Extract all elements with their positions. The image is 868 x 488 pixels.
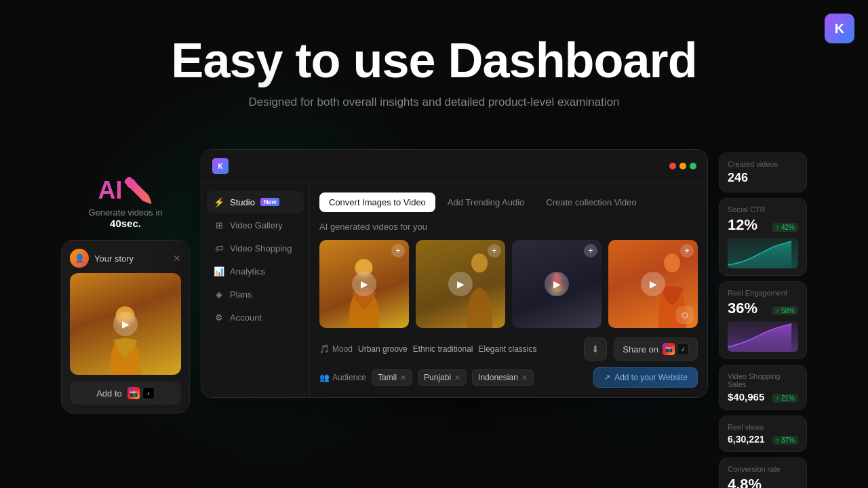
- plans-icon: ◈: [214, 289, 224, 300]
- stat-video-shopping: Video Shopping Sales $40,965 ↑ 21%: [719, 365, 807, 410]
- share-instagram-icon[interactable]: 📷: [663, 343, 675, 355]
- phone-video-thumb[interactable]: ▶: [70, 273, 181, 375]
- music-icon: 🎵: [319, 344, 330, 354]
- mood-tag-1: Urban groove: [358, 344, 408, 354]
- download-button[interactable]: ⬇: [584, 338, 607, 361]
- social-icons: 📸 ♪: [127, 387, 155, 399]
- phone-mockup: AI✏️ Generate videos in 40sec. 👤 Your st…: [61, 176, 190, 413]
- sidebar-label-studio: Studio: [230, 197, 255, 207]
- social-ctr-badge: ↑ 42%: [772, 223, 798, 232]
- tab-audio[interactable]: Add Trending Audio: [438, 192, 534, 212]
- tab-convert[interactable]: Convert Images to Video: [319, 192, 435, 212]
- audience-row: 👥 Audience Tamil ✕ Punjabi ✕ Indonesian …: [319, 367, 698, 388]
- audience-tag-punjabi: Punjabi ✕: [418, 369, 467, 386]
- sidebar-item-video-shopping[interactable]: 🏷 Video Shopping: [207, 237, 304, 259]
- remove-tamil[interactable]: ✕: [400, 373, 406, 382]
- video-thumb-3[interactable]: 💄 ▶ +: [512, 240, 601, 328]
- add-btn-3[interactable]: +: [584, 244, 597, 258]
- ai-generate-text: Generate videos in: [61, 207, 190, 218]
- sidebar-item-plans[interactable]: ◈ Plans: [207, 283, 304, 305]
- add-btn-1[interactable]: +: [391, 244, 405, 258]
- story-label: Your story: [94, 253, 134, 264]
- play-btn-4[interactable]: ▶: [641, 272, 665, 296]
- page-title: Easy to use Dashboard: [0, 34, 868, 87]
- stat-created-videos: Created videos 246: [719, 152, 807, 192]
- stats-panel: Created videos 246 Social CTR 12% ↑ 42%: [719, 152, 807, 488]
- add-btn-4[interactable]: +: [680, 244, 694, 258]
- video-thumb-1[interactable]: ▶ +: [319, 240, 409, 328]
- header: Easy to use Dashboard Designed for both …: [0, 0, 868, 109]
- tab-collection[interactable]: Create collection Video: [536, 192, 646, 212]
- video-gallery-icon: ⊞: [214, 220, 224, 230]
- audience-icon: 👥: [319, 373, 330, 382]
- reel-engagement-row: 36% ↑ 58%: [728, 300, 798, 317]
- video-thumb-4[interactable]: ▶ + ⬡: [608, 240, 698, 328]
- tiktok-icon[interactable]: ♪: [142, 387, 155, 399]
- reel-engagement-badge: ↑ 58%: [772, 306, 798, 315]
- sidebar-label-analytics: Analytics: [230, 266, 265, 277]
- share-tiktok-icon[interactable]: ♪: [677, 343, 689, 355]
- share-button[interactable]: Share on 📷 ♪: [614, 338, 698, 361]
- remove-indonesian[interactable]: ✕: [521, 373, 528, 382]
- play-button[interactable]: ▶: [113, 312, 138, 336]
- sidebar-item-video-gallery[interactable]: ⊞ Video Gallery: [207, 214, 304, 236]
- content-area: Convert Images to Video Add Trending Aud…: [310, 183, 707, 397]
- dot-yellow: [679, 163, 686, 169]
- audience-tag-tamil: Tamil ✕: [372, 369, 412, 386]
- sidebar-item-studio[interactable]: ⚡ Studio New: [207, 191, 304, 213]
- reel-views-badge: ↑ 37%: [772, 436, 798, 445]
- close-icon[interactable]: ✕: [173, 253, 181, 264]
- sidebar-label-gallery: Video Gallery: [230, 220, 283, 230]
- window-logo: K: [212, 158, 229, 174]
- video-thumb-2[interactable]: ▶ +: [416, 240, 505, 328]
- sidebar-label-plans: Plans: [230, 289, 252, 300]
- sidebar-item-account[interactable]: ⚙ Account: [207, 306, 304, 328]
- add-btn-2[interactable]: +: [488, 244, 501, 258]
- add-to-bar[interactable]: Add to 📸 ♪: [70, 382, 181, 405]
- play-btn-1[interactable]: ▶: [352, 272, 376, 296]
- share-label: Share on: [623, 344, 658, 354]
- story-header: 👤 Your story ✕: [70, 249, 181, 268]
- audience-label: 👥 Audience: [319, 373, 366, 382]
- window-body: ⚡ Studio New ⊞ Video Gallery 🏷 Video Sho…: [201, 183, 707, 397]
- mood-tag-3: Elegant classics: [478, 344, 536, 354]
- created-videos-row: 246: [728, 171, 798, 185]
- instagram-icon[interactable]: 📸: [127, 387, 140, 399]
- video-grid: ▶ + ▶ +: [319, 240, 698, 328]
- phone-card: 👤 Your story ✕ ▶ Add to: [61, 240, 190, 413]
- reel-views-title: Reel views: [728, 423, 798, 431]
- ai-label: AI✏️: [61, 176, 190, 205]
- dot-red: [669, 163, 676, 169]
- sidebar: ⚡ Studio New ⊞ Video Gallery 🏷 Video Sho…: [201, 183, 310, 397]
- share-social: 📷 ♪: [663, 343, 689, 355]
- conversion-rate-value: 4.8%: [728, 476, 762, 488]
- social-ctr-chart: [728, 238, 798, 268]
- conversion-rate-title: Conversion rate: [728, 465, 798, 473]
- reel-views-row: 6,30,221 ↑ 37%: [728, 434, 798, 445]
- mood-tag-2: Ethnic traditional: [413, 344, 473, 354]
- play-overlay: ▶: [70, 273, 181, 375]
- add-to-website-button[interactable]: ↗ Add to your Website: [593, 367, 698, 388]
- stat-reel-engagement: Reel Engagement 36% ↑ 58%: [719, 281, 807, 359]
- ai-generated-label: AI generated videos for you: [319, 222, 698, 232]
- new-badge: New: [260, 198, 280, 206]
- reel-engagement-chart: [728, 321, 798, 352]
- audience-tag-indonesian: Indonesian ✕: [472, 369, 534, 386]
- video-shopping-icon: 🏷: [214, 243, 224, 253]
- mood-section: 🎵 Mood Urban groove Ethnic traditional E…: [319, 344, 577, 354]
- external-link-icon: ↗: [604, 373, 610, 382]
- sidebar-label-account: Account: [230, 312, 262, 323]
- window-dots: [669, 163, 696, 169]
- action-btn-4[interactable]: ⬡: [676, 306, 694, 324]
- ai-time: 40sec.: [61, 218, 190, 229]
- studio-icon: ⚡: [214, 197, 224, 207]
- top-right-logo: K: [825, 14, 854, 43]
- play-btn-3[interactable]: ▶: [545, 272, 569, 296]
- social-ctr-row: 12% ↑ 42%: [728, 216, 798, 234]
- stat-reel-views: Reel views 6,30,221 ↑ 37%: [719, 415, 807, 452]
- remove-punjabi[interactable]: ✕: [454, 373, 460, 382]
- sidebar-item-analytics[interactable]: 📊 Analytics: [207, 260, 304, 282]
- tab-bar: Convert Images to Video Add Trending Aud…: [319, 192, 698, 212]
- dot-green: [690, 163, 696, 169]
- play-btn-2[interactable]: ▶: [448, 272, 473, 296]
